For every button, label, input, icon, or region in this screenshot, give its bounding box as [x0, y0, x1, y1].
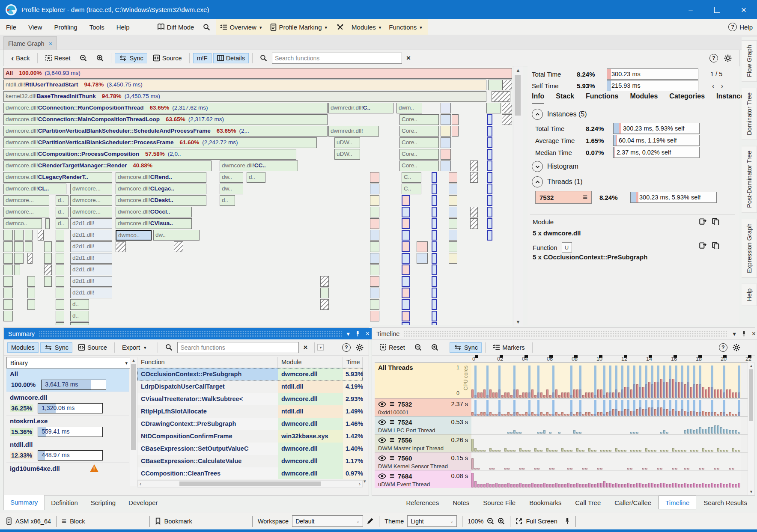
flame-node[interactable]: dwmcore.dll!CRend..: [116, 172, 206, 183]
copy-function-icon[interactable]: [712, 241, 719, 249]
dock-tab-call-tree[interactable]: Call Tree: [569, 499, 607, 506]
flame-node[interactable]: [449, 184, 457, 194]
flame-node[interactable]: [370, 253, 379, 264]
flame-node[interactable]: [503, 80, 512, 90]
flame-node[interactable]: [487, 126, 492, 137]
binary-list-scrollbar[interactable]: ▲: [130, 357, 137, 486]
binary-filter-combo[interactable]: Binary▾: [6, 357, 136, 369]
flame-node[interactable]: [402, 265, 410, 275]
flame-node[interactable]: [25, 230, 33, 241]
flame-node[interactable]: [487, 114, 492, 125]
flame-node[interactable]: All100.00%(3,640.93 ms): [3, 68, 512, 79]
flame-node[interactable]: dwmcore...: [3, 207, 49, 217]
flame-node-selected[interactable]: dwmco..: [116, 230, 152, 241]
panel-menu-icon[interactable]: ▾: [733, 330, 736, 337]
flame-node[interactable]: [402, 299, 410, 310]
flame-node[interactable]: kernel32.dll!BaseThreadInitThunk94.78%(3…: [3, 91, 486, 102]
table-row[interactable]: RtlpHpLfhSlotAllocatentdll.dll1.49%: [137, 405, 363, 418]
flame-node[interactable]: [452, 114, 459, 125]
flame-search-clear-icon[interactable]: ×: [402, 54, 415, 62]
table-hscrollbar[interactable]: ‹ ›: [137, 480, 363, 487]
flame-node[interactable]: Core..: [399, 137, 439, 148]
flame-node[interactable]: d..: [70, 299, 89, 310]
thread-row-7524[interactable]: ≡75240.53 sDWM LPC Port Thread: [375, 416, 748, 434]
zoom-in-button[interactable]: [92, 53, 107, 63]
flame-node[interactable]: [174, 241, 183, 252]
flame-node[interactable]: [402, 311, 410, 321]
bottom-tab-scripting[interactable]: Scripting: [84, 495, 122, 510]
scroll-right-icon[interactable]: ›: [359, 481, 361, 487]
timeline-zoom-out[interactable]: [411, 342, 426, 353]
flame-node[interactable]: [3, 241, 13, 252]
flame-node[interactable]: [402, 207, 410, 217]
flame-node[interactable]: dwmcore.dll!CLegacyRenderT..: [3, 172, 112, 183]
flame-node[interactable]: [487, 172, 492, 183]
menu-help[interactable]: Help: [739, 24, 753, 31]
modules-toggle[interactable]: Modules: [7, 342, 39, 353]
table-row[interactable]: COcclusionContext::PreSubgraphdwmcore.dl…: [137, 368, 363, 380]
flame-node[interactable]: [14, 230, 24, 241]
flame-node[interactable]: ntdll.dll!RtlUserThreadStart94.78%(3,450…: [3, 80, 486, 90]
flame-node[interactable]: [3, 253, 13, 264]
flame-node[interactable]: [432, 172, 437, 183]
full-screen-button[interactable]: Full Screen: [526, 518, 557, 525]
details-tab-modules[interactable]: Modules: [630, 92, 658, 104]
flame-node[interactable]: [56, 299, 64, 310]
summary-settings-icon[interactable]: [356, 344, 364, 351]
flame-node[interactable]: d2d1.dll!: [70, 265, 112, 275]
side-tab-expression-graph[interactable]: Expression Graph: [742, 219, 757, 278]
open-function-icon[interactable]: [699, 241, 706, 249]
flame-node[interactable]: [487, 218, 492, 229]
flame-node[interactable]: dwmcore...: [70, 207, 112, 217]
flame-node[interactable]: [470, 172, 478, 183]
flame-node[interactable]: [370, 299, 379, 310]
flame-node[interactable]: [432, 230, 437, 241]
flame-node[interactable]: dwmredir.dll!: [328, 126, 379, 137]
export-button[interactable]: Export▾: [118, 342, 154, 353]
flame-node[interactable]: [449, 207, 457, 217]
scroll-up-icon[interactable]: ▲: [513, 68, 523, 73]
menu-diff-mode[interactable]: Diff Mode: [167, 24, 194, 31]
flame-node[interactable]: Core..: [399, 160, 439, 171]
workspace-combo[interactable]: Default⌄: [292, 515, 363, 527]
flame-node[interactable]: [370, 184, 379, 194]
flame-node[interactable]: [320, 288, 329, 298]
bookmark-button[interactable]: Bookmark: [164, 518, 192, 525]
flame-node[interactable]: [3, 265, 13, 275]
pin-layout-icon[interactable]: [564, 518, 570, 524]
flame-node[interactable]: dwmcore.dll!CL..: [3, 184, 66, 194]
flame-node[interactable]: dwm..: [396, 103, 422, 113]
flame-node[interactable]: [56, 253, 64, 264]
flame-node[interactable]: [320, 299, 329, 310]
threads-section-header[interactable]: Threads (1): [532, 176, 583, 187]
bottom-tab-developer[interactable]: Developer: [122, 495, 164, 510]
flame-node[interactable]: dwmcore.dll!CComposition::ProcessComposi…: [3, 149, 296, 160]
summary-sync-toggle[interactable]: Sync: [40, 342, 72, 353]
thread-activity-chart[interactable]: [471, 416, 741, 434]
flame-node[interactable]: [417, 241, 428, 252]
cpu-usage-chart[interactable]: [471, 363, 741, 398]
flame-node[interactable]: [402, 288, 410, 298]
panel-close-icon[interactable]: ×: [366, 330, 370, 338]
flame-node[interactable]: Core..: [399, 149, 439, 160]
flame-node[interactable]: [44, 276, 52, 287]
tab-flame-graph[interactable]: Flame Graph ×: [3, 36, 57, 50]
flame-node[interactable]: [432, 184, 437, 194]
block-mode[interactable]: Block: [70, 518, 85, 525]
flame-node[interactable]: dw..: [153, 230, 200, 241]
flame-node[interactable]: [432, 241, 437, 252]
flame-node[interactable]: [417, 253, 428, 264]
flame-node[interactable]: d..: [56, 195, 69, 206]
details-tab-functions[interactable]: Functions: [586, 92, 618, 104]
menu-functions[interactable]: Functions: [389, 24, 417, 31]
flame-node[interactable]: [44, 253, 52, 264]
flame-node[interactable]: [432, 207, 437, 217]
flame-settings-icon[interactable]: [724, 54, 732, 62]
flame-node[interactable]: [432, 322, 437, 325]
dock-tab-source-file[interactable]: Source File: [477, 499, 522, 506]
flame-node[interactable]: Core..: [399, 126, 439, 137]
flame-node[interactable]: [441, 137, 451, 148]
timeline-scrollbar[interactable]: ▲ ▼: [748, 363, 755, 495]
thread-badge[interactable]: 7532≡: [535, 191, 592, 204]
visibility-eye-icon[interactable]: [378, 401, 386, 407]
